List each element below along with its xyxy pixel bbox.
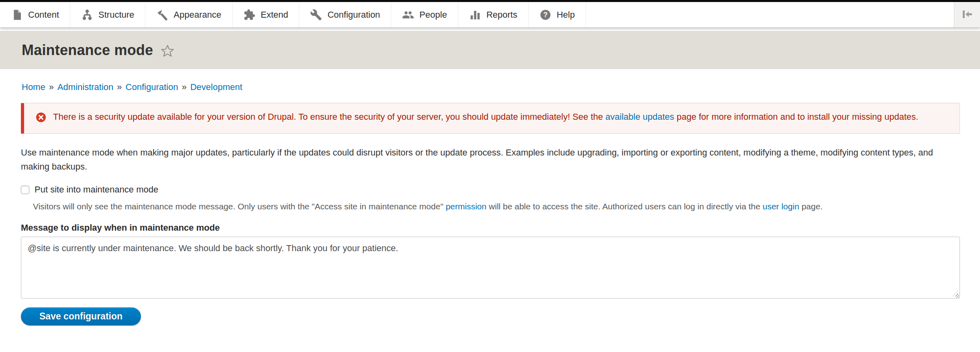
error-text-before: There is a security update available for… [53, 112, 605, 122]
paintbrush-icon [156, 9, 168, 21]
toolbar-item-appearance[interactable]: Appearance [145, 2, 233, 27]
toolbar-item-reports[interactable]: Reports [458, 2, 529, 27]
breadcrumb: Home»Administration»Configuration»Develo… [21, 69, 960, 92]
breadcrumb-separator: » [117, 82, 122, 92]
toolbar-item-label: Configuration [327, 10, 380, 20]
toolbar-item-configuration[interactable]: Configuration [299, 2, 391, 27]
error-icon [36, 112, 46, 127]
toolbar-item-help[interactable]: ? Help [529, 2, 586, 27]
error-message-text: There is a security update available for… [53, 109, 918, 125]
toolbar-item-label: Structure [98, 10, 134, 20]
wrench-icon [310, 9, 322, 21]
breadcrumb-separator: » [49, 82, 54, 92]
save-configuration-button[interactable]: Save configuration [21, 307, 141, 325]
puzzle-icon [243, 9, 255, 21]
toolbar-item-label: Extend [261, 10, 288, 20]
toolbar-orientation-toggle[interactable] [954, 2, 980, 27]
toolbar-item-label: Appearance [174, 10, 221, 20]
toolbar-item-extend[interactable]: Extend [233, 2, 300, 27]
toolbar-item-label: Help [557, 10, 575, 20]
admin-toolbar: Content Structure Appearance Extend Conf… [0, 2, 980, 28]
help-icon: ? [539, 9, 551, 21]
breadcrumb-link-configuration[interactable]: Configuration [126, 82, 178, 92]
maintenance-mode-checkbox[interactable] [21, 186, 29, 194]
maintenance-mode-checkbox-label[interactable]: Put site into maintenance mode [35, 184, 158, 195]
description-part2: will be able to access the site. Authori… [486, 202, 763, 211]
maintenance-mode-checkbox-row: Put site into maintenance mode [21, 184, 960, 195]
error-text-after: page for more information and to install… [674, 112, 919, 122]
toolbar-item-label: Reports [486, 10, 517, 20]
toolbar-item-structure[interactable]: Structure [70, 2, 145, 27]
user-login-link[interactable]: user login [763, 202, 799, 211]
description-part3: page. [799, 202, 823, 211]
maintenance-mode-intro: Use maintenance mode when making major u… [21, 145, 960, 174]
star-outline-icon[interactable] [160, 44, 175, 58]
svg-text:?: ? [543, 11, 548, 19]
page-title: Maintenance mode [22, 42, 153, 59]
page-header-band: Maintenance mode [0, 31, 980, 69]
description-part1: Visitors will only see the maintenance m… [33, 202, 446, 211]
available-updates-link[interactable]: available updates [605, 112, 674, 122]
bar-chart-icon [469, 9, 481, 21]
file-icon [11, 9, 23, 21]
error-message-box: There is a security update available for… [21, 103, 960, 134]
toolbar-item-label: People [419, 10, 447, 20]
toolbar-collapse-icon [961, 8, 973, 22]
maintenance-mode-description: Visitors will only see the maintenance m… [33, 200, 960, 213]
toolbar-filler [586, 2, 954, 27]
breadcrumb-link-development[interactable]: Development [190, 82, 243, 92]
message-textarea-wrap: @site is currently under maintenance. We… [21, 237, 960, 299]
message-field-label: Message to display when in maintenance m… [21, 223, 960, 233]
breadcrumb-separator: » [182, 82, 186, 92]
breadcrumb-link-administration[interactable]: Administration [57, 82, 113, 92]
sitemap-icon [81, 9, 93, 21]
main-content: Home»Administration»Configuration»Develo… [0, 69, 980, 325]
toolbar-item-label: Content [28, 10, 59, 20]
breadcrumb-link-home[interactable]: Home [22, 82, 45, 92]
people-icon [402, 9, 414, 21]
maintenance-message-textarea[interactable]: @site is currently under maintenance. We… [21, 237, 960, 299]
permission-link[interactable]: permission [446, 202, 487, 211]
toolbar-item-content[interactable]: Content [0, 2, 70, 27]
toolbar-item-people[interactable]: People [391, 2, 458, 27]
